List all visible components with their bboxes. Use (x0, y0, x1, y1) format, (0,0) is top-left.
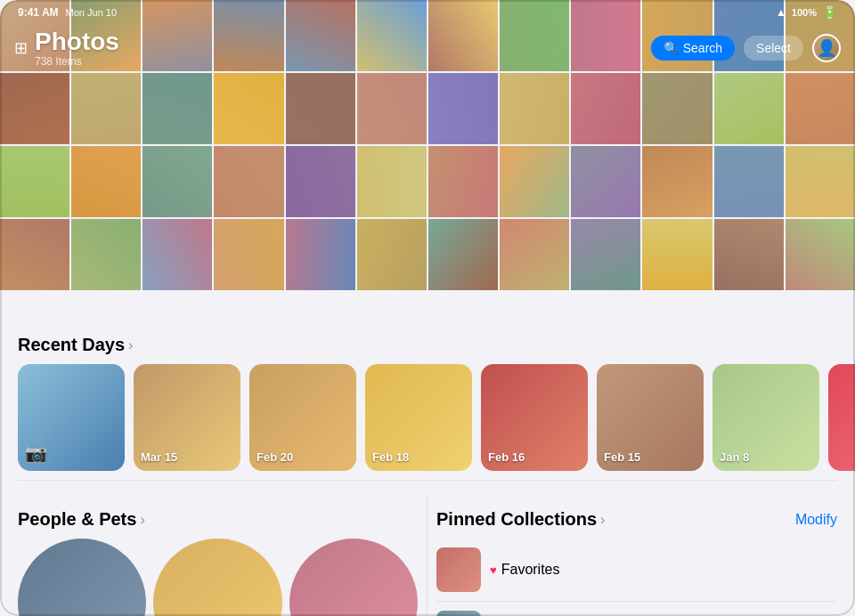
divider (18, 480, 837, 481)
bottom-section[interactable]: Recent Days › 📷Mar 15Feb 20Feb 18Feb 16F… (0, 320, 855, 616)
photo-cell[interactable] (786, 73, 855, 144)
photo-cell[interactable] (142, 146, 212, 217)
day-label: Feb 16 (488, 450, 525, 464)
photo-cell[interactable] (357, 146, 427, 217)
pinned-thumbnail (436, 547, 481, 592)
modify-button[interactable]: Modify (795, 512, 837, 528)
nav-bar: ⊞ Photos 738 Items 🔍 Search Select 👤 (0, 25, 855, 71)
status-right: ▲ 100% 🔋 (776, 5, 837, 20)
photo-cell[interactable] (500, 73, 569, 144)
photo-cell[interactable] (642, 219, 712, 290)
day-label: Feb 18 (372, 450, 409, 464)
search-label: Search (683, 41, 722, 55)
search-button[interactable]: 🔍 Search (651, 36, 735, 61)
wifi-icon: ▲ (776, 6, 786, 19)
photo-cell[interactable] (571, 73, 640, 144)
photo-cell[interactable] (786, 219, 855, 290)
photo-cell[interactable] (214, 219, 283, 290)
photo-cell[interactable] (142, 219, 212, 290)
day-card[interactable]: Jan 8 (712, 364, 819, 471)
pinned-collection-name: ♥Favorites (490, 562, 560, 578)
day-card[interactable]: 📷 (18, 364, 125, 471)
photo-cell[interactable] (286, 73, 355, 144)
pinned-list: ♥FavoritesRecently Saved (436, 539, 837, 616)
photo-cell[interactable] (428, 219, 498, 290)
pinned-heart-icon: ♥ (490, 563, 497, 577)
day-card[interactable]: Feb 20 (249, 364, 356, 471)
status-time: 9:41 AM (18, 6, 59, 19)
search-icon: 🔍 (664, 41, 679, 55)
day-label: Jan 8 (720, 450, 749, 464)
pinned-arrow: › (600, 512, 605, 528)
photo-cell[interactable] (0, 73, 69, 144)
avatar[interactable]: 👤 (812, 34, 841, 62)
pinned-header: Pinned Collections › Modify (436, 509, 837, 530)
photo-cell[interactable] (714, 219, 784, 290)
photo-cell[interactable] (71, 146, 141, 217)
person-card[interactable]: ♥ (153, 539, 281, 616)
battery-text: 100% (792, 7, 817, 18)
pinned-item[interactable]: ♥Favorites (436, 539, 837, 602)
nav-left: ⊞ Photos 738 Items (14, 28, 119, 69)
day-label: Feb 15 (604, 450, 640, 464)
pinned-thumbnail (436, 611, 481, 616)
split-view-icon[interactable]: ⊞ (14, 38, 28, 58)
person-card[interactable] (289, 539, 418, 616)
nav-right: 🔍 Search Select 👤 (651, 34, 841, 62)
people-arrow: › (140, 512, 144, 528)
status-date: Mon Jun 10 (66, 7, 117, 18)
photo-cell[interactable] (214, 146, 283, 217)
pinned-title: Pinned Collections (436, 509, 597, 530)
day-card[interactable]: Mar 15 (134, 364, 240, 471)
people-pets-section: People & Pets › ♥ (0, 495, 428, 616)
photo-cell[interactable] (0, 219, 69, 290)
photo-cell[interactable] (0, 146, 69, 217)
battery-icon: 🔋 (822, 5, 837, 20)
photo-cell[interactable] (571, 146, 640, 217)
select-button[interactable]: Select (744, 36, 803, 61)
photo-cell[interactable] (214, 73, 283, 144)
item-count: 738 Items (35, 55, 119, 68)
status-bar: 9:41 AM Mon Jun 10 ▲ 100% 🔋 (0, 0, 855, 25)
photo-cell[interactable] (714, 73, 784, 144)
day-card[interactable]: Feb 18 (365, 364, 472, 471)
photo-cell[interactable] (286, 219, 355, 290)
favorite-icon: ♥ (273, 542, 279, 555)
photo-cell[interactable] (142, 73, 212, 144)
day-card[interactable]: Feb 16 (481, 364, 588, 471)
photo-cell[interactable] (642, 73, 712, 144)
select-label: Select (756, 41, 791, 55)
day-card[interactable] (828, 364, 855, 471)
recent-days-header: Recent Days › (0, 335, 855, 355)
photo-cell[interactable] (357, 73, 427, 144)
photo-cell[interactable] (71, 219, 141, 290)
nav-title-area: Photos 738 Items (35, 28, 119, 69)
people-grid: ♥ (18, 539, 418, 616)
photo-cell[interactable] (286, 146, 355, 217)
page-title: Photos (35, 28, 119, 56)
recent-days-title: Recent Days (18, 335, 125, 355)
photo-cell[interactable] (500, 146, 569, 217)
photo-cell[interactable] (786, 146, 855, 217)
day-card[interactable]: Feb 15 (597, 364, 704, 471)
photo-cell[interactable] (428, 73, 498, 144)
day-label: Mar 15 (141, 450, 177, 464)
photo-cell[interactable] (357, 219, 427, 290)
person-card[interactable] (18, 539, 146, 616)
two-col-row: People & Pets › ♥ Pinned Collections › M… (0, 495, 855, 616)
people-title: People & Pets (18, 509, 136, 530)
pinned-name-text: Favorites (501, 562, 560, 578)
photo-cell[interactable] (71, 73, 141, 144)
photo-cell[interactable] (642, 146, 712, 217)
recent-days-scroll[interactable]: 📷Mar 15Feb 20Feb 18Feb 16Feb 15Jan 8 (0, 364, 855, 480)
photo-cell[interactable] (571, 219, 640, 290)
photo-cell[interactable] (500, 219, 569, 290)
photo-cell[interactable] (714, 146, 784, 217)
recent-days-arrow: › (128, 337, 133, 353)
photo-cell[interactable] (428, 146, 498, 217)
day-calendar-icon: 📷 (25, 442, 47, 464)
day-label: Feb 20 (256, 450, 293, 464)
people-header: People & Pets › (18, 509, 418, 530)
pinned-item[interactable]: Recently Saved (436, 602, 837, 616)
pinned-collections-section: Pinned Collections › Modify ♥FavoritesRe… (428, 495, 855, 616)
